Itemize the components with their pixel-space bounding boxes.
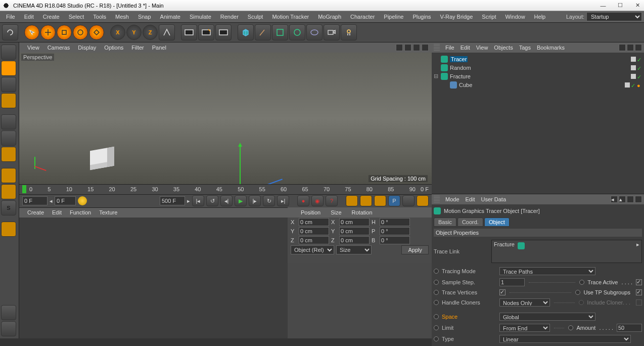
am-new-icon[interactable] [635, 196, 642, 203]
size-mode-select[interactable]: Size [336, 245, 372, 254]
select-tool[interactable] [24, 25, 39, 40]
size-x[interactable] [339, 218, 370, 226]
menu-file[interactable]: File [2, 12, 19, 21]
om-search-icon[interactable] [619, 44, 626, 51]
timeline-playhead[interactable] [22, 185, 26, 193]
menu-animate[interactable]: Animate [156, 12, 185, 21]
size-z[interactable] [339, 236, 370, 244]
timeline-options[interactable] [417, 195, 429, 206]
tab-object[interactable]: Object [484, 218, 510, 227]
menu-script[interactable]: Script [478, 12, 500, 21]
am-up-icon[interactable]: ▴ [619, 196, 626, 203]
handle-cloners-select[interactable]: Nodes Only [499, 298, 550, 307]
om-tags[interactable]: Tags [517, 44, 533, 52]
prev-key-button[interactable]: ↺ [206, 195, 218, 206]
am-lock-icon[interactable] [627, 196, 634, 203]
snap-toggle[interactable]: S [1, 200, 16, 215]
step-fwd-button[interactable]: |▸ [249, 195, 261, 206]
rot-b[interactable] [380, 236, 410, 244]
object-tree[interactable]: Tracer✓ Random✓ ⊟Fracture✓ Cube✓● [432, 53, 644, 194]
pos-y[interactable] [299, 227, 329, 235]
menu-vray[interactable]: V-Ray Bridge [436, 12, 477, 21]
play-button[interactable]: ▶ [235, 195, 247, 206]
viewport-solo[interactable] [1, 184, 16, 199]
am-userdata[interactable]: User Data [479, 195, 509, 203]
am-mode[interactable]: Mode [443, 195, 462, 203]
menu-motiontracker[interactable]: Motion Tracker [268, 12, 313, 21]
undo-button[interactable] [2, 24, 18, 40]
camera-tool[interactable] [324, 24, 340, 40]
key-param-button[interactable]: P [388, 195, 400, 206]
coord-mode-select[interactable]: Object (Rel) [291, 245, 334, 254]
edge-mode[interactable] [1, 131, 16, 146]
environment[interactable] [306, 24, 323, 40]
pos-z[interactable] [299, 236, 329, 244]
maximize-button[interactable]: ☐ [616, 2, 625, 9]
spline-pen[interactable] [255, 24, 271, 40]
menu-edit[interactable]: Edit [20, 12, 38, 21]
vp-display[interactable]: Display [75, 44, 99, 52]
close-button[interactable]: ✕ [633, 2, 642, 9]
tracing-mode-select[interactable]: Trace Paths [499, 267, 595, 275]
om-file[interactable]: File [443, 44, 457, 52]
key-rot-button[interactable] [374, 195, 386, 206]
vp-filter[interactable]: Filter [128, 44, 147, 52]
mat-texture[interactable]: Texture [96, 208, 120, 217]
menu-mograph[interactable]: MoGraph [314, 12, 345, 21]
autokey-button[interactable]: ◉ [311, 195, 324, 206]
step-back-button[interactable]: ◂| [220, 195, 233, 206]
light-tool[interactable] [341, 24, 357, 40]
panel-grip[interactable] [434, 44, 440, 51]
menu-character[interactable]: Character [346, 12, 379, 21]
next-key-button[interactable]: ↻ [263, 195, 275, 206]
menu-select[interactable]: Select [65, 12, 88, 21]
type-select[interactable]: Linear [499, 335, 631, 343]
menu-help[interactable]: Help [530, 12, 550, 21]
rot-p[interactable] [380, 227, 410, 235]
render-region[interactable] [198, 24, 214, 40]
minimize-button[interactable]: — [599, 2, 608, 9]
om-eye-icon[interactable] [635, 44, 642, 51]
om-objects[interactable]: Objects [491, 44, 515, 52]
z-axis-lock[interactable]: Z [143, 25, 158, 40]
frame-end-field[interactable]: 500 F [160, 196, 185, 205]
tracelink-field[interactable]: Fracture ▸ [491, 240, 642, 263]
workplane-mode[interactable] [1, 93, 16, 108]
goto-start-button[interactable]: |◂ [192, 195, 204, 206]
panel-grip[interactable] [434, 196, 440, 203]
menu-snap[interactable]: Snap [134, 12, 155, 21]
use-tp-subgroups-check[interactable] [636, 289, 642, 295]
y-axis-lock[interactable]: Y [126, 25, 142, 40]
coord-system[interactable] [159, 24, 175, 40]
vp-panel[interactable]: Panel [149, 44, 169, 52]
viewport-perspective[interactable]: Perspective Grid Spacing : 100 cm [19, 53, 432, 184]
tab-coord[interactable]: Coord. [457, 218, 483, 227]
object-row-tracer[interactable]: Tracer✓ [434, 55, 642, 63]
vp-nav-icon[interactable] [413, 44, 420, 51]
keyopts-button[interactable]: ? [326, 195, 338, 206]
am-back-icon[interactable]: ◂ [611, 196, 618, 203]
space-select[interactable]: Global [499, 313, 595, 321]
vp-nav-icon[interactable] [396, 44, 403, 51]
frame-start-field[interactable]: 0 F [22, 196, 48, 205]
menu-simulate[interactable]: Simulate [186, 12, 215, 21]
limit-select[interactable]: From End [499, 324, 550, 332]
om-view[interactable]: View [474, 44, 491, 52]
timeline-ruler[interactable]: 051015202530354045505560657075808590 0 F [19, 184, 432, 194]
mat-edit[interactable]: Edit [49, 208, 65, 217]
key-all-button[interactable] [402, 195, 415, 206]
menu-create[interactable]: Create [39, 12, 64, 21]
planar-workplane[interactable] [1, 321, 16, 336]
apply-button[interactable]: Apply [401, 245, 429, 254]
object-row-random[interactable]: Random✓ [434, 63, 642, 72]
scene-cube[interactable] [90, 147, 114, 170]
frame-current-field[interactable]: 0 F [55, 196, 76, 205]
tab-basic[interactable]: Basic [434, 218, 456, 227]
om-edit[interactable]: Edit [458, 44, 473, 52]
menu-window[interactable]: Window [501, 12, 529, 21]
move-tool[interactable] [40, 25, 56, 40]
key-scale-button[interactable] [360, 195, 372, 206]
deformer[interactable] [289, 24, 305, 40]
render-view[interactable] [181, 24, 197, 40]
om-bookmarks[interactable]: Bookmarks [534, 44, 567, 52]
